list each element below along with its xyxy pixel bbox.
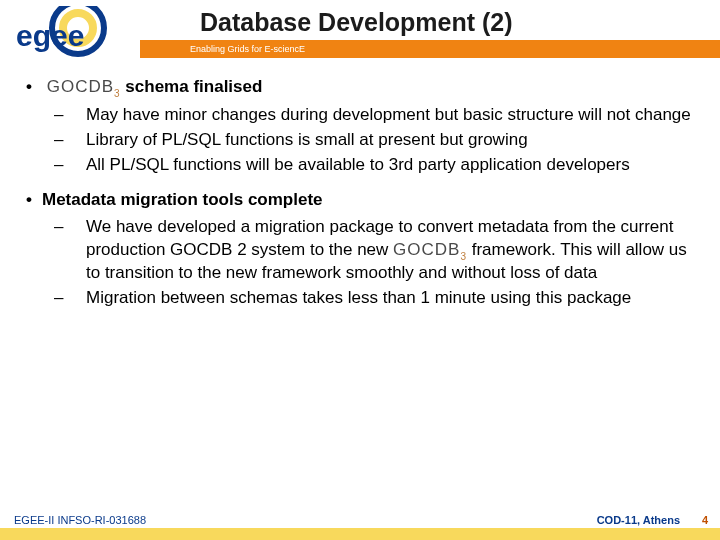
gocdb-label: GOCDB3 [393,240,467,259]
slide-subtitle: Enabling Grids for E-sciencE [140,40,720,58]
sub-bullet: –All PL/SQL functions will be available … [70,154,696,177]
yellow-bar [0,528,720,540]
footer-left: EGEE-II INFSO-RI-031688 [14,514,146,526]
sub-bullet: –Library of PL/SQL functions is small at… [70,129,696,152]
logo-text: egee [16,19,84,52]
slide-body: • GOCDB3 schema finalised –May have mino… [0,64,720,310]
sub-bullet: –We have developed a migration package t… [70,216,696,286]
bullet-1: • GOCDB3 schema finalised [26,76,696,100]
slide-title: Database Development (2) [200,8,513,37]
slide-footer: EGEE-II INFSO-RI-031688 COD-11, Athens 4 [0,510,720,540]
gocdb-label: GOCDB3 [47,77,121,96]
sub-bullet: –May have minor changes during developme… [70,104,696,127]
slide-header: egee Database Development (2) Enabling G… [0,0,720,64]
page-number: 4 [702,514,708,526]
sub-bullet: –Migration between schemas takes less th… [70,287,696,310]
bullet-2: •Metadata migration tools complete [26,189,696,212]
footer-right: COD-11, Athens [597,514,680,526]
orange-bar: Enabling Grids for E-sciencE [140,40,720,58]
